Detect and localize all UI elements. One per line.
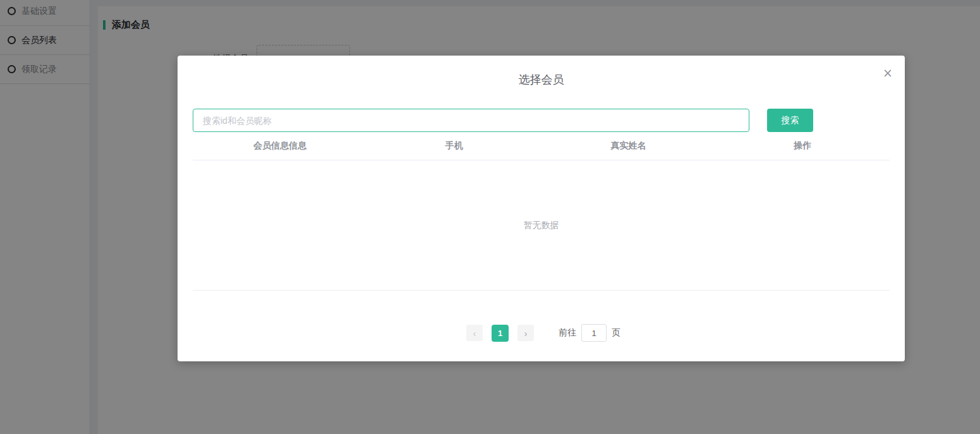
search-button[interactable]: 搜索 [767,109,813,132]
empty-state-text: 暂无数据 [524,220,559,231]
search-input[interactable] [193,109,749,132]
goto-label: 前往 [559,327,576,339]
select-member-dialog: × 选择会员 搜索 会员信息信息 手机 真实姓名 操作 暂无数据 ‹ 1 › 前… [178,56,905,361]
column-header-member-info: 会员信息信息 [193,140,367,152]
next-page-icon[interactable]: › [517,325,534,341]
column-header-phone: 手机 [367,140,541,152]
prev-page-icon[interactable]: ‹ [466,325,483,341]
column-header-real-name: 真实姓名 [541,140,716,152]
pagination: ‹ 1 › 前往 页 [178,324,905,342]
search-row: 搜索 [193,109,813,132]
screen: 基础设置 会员列表 领取记录 添加会员 选择会员 × 选择会员 搜索 [0,0,980,434]
column-header-actions: 操作 [715,140,890,152]
table-body-empty: 暂无数据 [193,161,890,291]
goto-page-input[interactable] [581,324,607,342]
page-number-button[interactable]: 1 [492,325,509,342]
close-icon[interactable]: × [883,67,893,79]
goto-page-group: 前往 页 [559,324,620,342]
table-header: 会员信息信息 手机 真实姓名 操作 [193,140,890,160]
dialog-title: 选择会员 [178,56,905,87]
page-unit-label: 页 [612,327,620,339]
